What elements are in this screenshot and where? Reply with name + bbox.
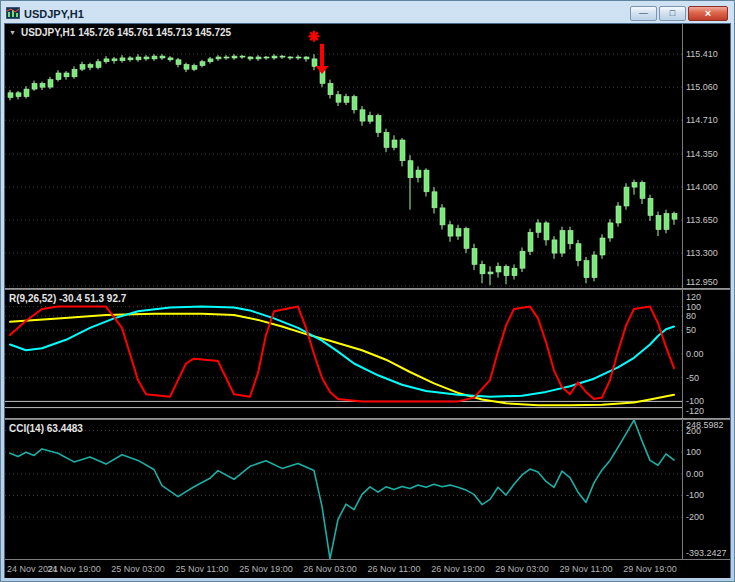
chart-icon (6, 5, 20, 23)
indicator-r-scale[interactable]: 12010080500.00-50-100-120 (682, 290, 730, 418)
scale-label: -50 (686, 373, 699, 383)
scale-label: 200 (686, 426, 701, 436)
sell-arrow-annotation (316, 44, 329, 74)
main-chart-panel: ▼ USDJPY,H1 145.726 145.761 145.713 145.… (5, 24, 730, 288)
indicator-r-canvas[interactable] (5, 290, 682, 418)
scale-label: -120 (686, 406, 704, 416)
indicator-cci-canvas[interactable] (5, 420, 682, 559)
candles (8, 54, 677, 285)
scale-label: 0.00 (686, 469, 704, 479)
star-annotation (309, 31, 320, 42)
time-label: 26 Nov 11:00 (368, 564, 421, 574)
time-label: 26 Nov 03:00 (303, 564, 357, 574)
time-label: 25 Nov 03:00 (111, 564, 165, 574)
scale-label: 113.650 (686, 215, 718, 225)
mid-line-cyan (10, 307, 674, 397)
scale-label: 115.410 (686, 49, 718, 59)
price-scale[interactable]: 115.410115.060114.710114.350114.000113.6… (682, 24, 730, 288)
scale-label: 50 (686, 325, 696, 335)
scale-label: 114.710 (686, 115, 718, 125)
scale-label: 100 (686, 447, 701, 457)
time-axis[interactable]: 24 Nov 202124 Nov 19:0025 Nov 03:0025 No… (5, 559, 730, 578)
minimize-button[interactable]: — (630, 6, 657, 21)
chart-client: ▼ USDJPY,H1 145.726 145.761 145.713 145.… (4, 23, 731, 578)
slow-line-yellow (10, 314, 674, 406)
indicator-panel-cci: CCI(14) 63.4483 248.59822001000.00-100-2… (5, 420, 730, 559)
scale-label: 114.000 (686, 182, 718, 192)
time-label: 24 Nov 19:00 (47, 564, 101, 574)
window-title: USDJPY,H1 (24, 8, 84, 20)
scale-label: -100 (686, 490, 704, 500)
price-chart-canvas[interactable] (5, 24, 682, 288)
scale-label: 112.950 (686, 277, 718, 287)
maximize-button[interactable]: □ (659, 6, 686, 21)
time-label: 26 Nov 19:00 (431, 564, 485, 574)
scale-label: 0.00 (686, 349, 704, 359)
indicator-panel-r: R(9,26,52) -30.4 51.3 92.7 12010080500.0… (5, 290, 730, 418)
scale-label: 80 (686, 311, 696, 321)
time-label: 25 Nov 19:00 (239, 564, 293, 574)
close-button[interactable]: × (688, 6, 728, 21)
scale-label: 115.060 (686, 82, 718, 92)
scale-label: 114.350 (686, 149, 718, 159)
scale-label: -393.2427 (686, 548, 727, 558)
time-label: 29 Nov 19:00 (623, 564, 677, 574)
time-label: 25 Nov 11:00 (176, 564, 229, 574)
scale-label: -200 (686, 512, 704, 522)
time-label: 29 Nov 03:00 (495, 564, 549, 574)
indicator-cci-scale[interactable]: 248.59822001000.00-100-200-393.2427 (682, 420, 730, 559)
cci-line (10, 420, 674, 559)
chart-window: USDJPY,H1 — □ × ▼ USDJPY,H1 145.726 145.… (0, 0, 735, 582)
time-label: 29 Nov 11:00 (560, 564, 613, 574)
scale-label: 113.300 (686, 248, 718, 258)
title-bar[interactable]: USDJPY,H1 — □ × (4, 4, 731, 23)
